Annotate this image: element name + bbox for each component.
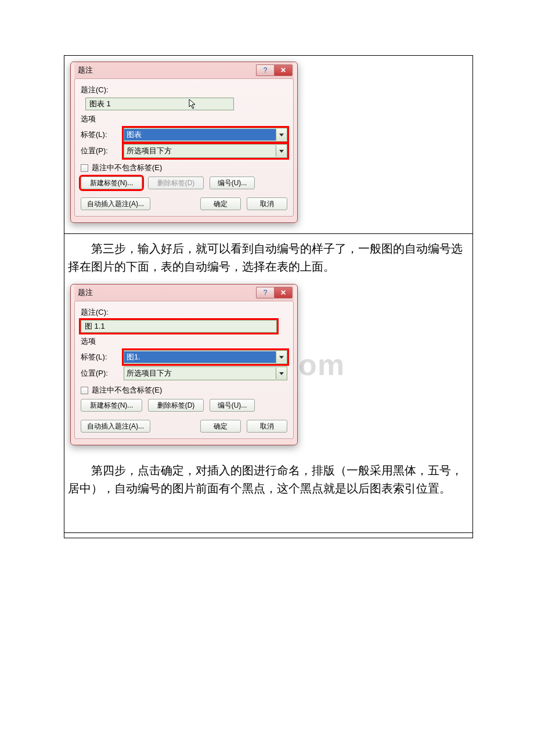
label-field-label: 标签(L): <box>81 129 124 140</box>
dropdown-button[interactable] <box>276 351 287 363</box>
help-icon: ? <box>264 66 268 74</box>
chevron-down-icon <box>279 356 284 359</box>
new-label-button[interactable]: 新建标签(N)... <box>81 399 142 412</box>
cursor-icon <box>188 99 197 113</box>
titlebar[interactable]: 题注 ? ✕ <box>74 62 294 78</box>
exclude-label-checkbox[interactable] <box>81 387 88 394</box>
help-button[interactable]: ? <box>256 287 274 298</box>
caption-value: 图表 1 <box>89 99 111 109</box>
numbering-button[interactable]: 编号(U)... <box>210 399 255 412</box>
exclude-label-text: 题注中不包含标签(E) <box>92 163 162 173</box>
caption-dialog-1: 题注 ? ✕ 题注(C): <box>70 62 298 223</box>
position-combobox[interactable]: 所选项目下方 <box>124 366 287 380</box>
new-label-button[interactable]: 新建标签(N)... <box>81 177 142 189</box>
caption-input[interactable]: 图 1.1 <box>81 320 277 333</box>
caption-label: 题注(C): <box>81 307 287 318</box>
dialog-title: 题注 <box>78 65 256 75</box>
step3-paragraph: 第三步，输入好后，就可以看到自动编号的样子了，一般图的自动编号选择在图片的下面，… <box>64 234 472 284</box>
titlebar[interactable]: 题注 ? ✕ <box>74 285 294 301</box>
caption-input[interactable]: 图表 1 <box>85 98 234 110</box>
document-table: 题注 ? ✕ 题注(C): <box>64 55 473 538</box>
label-selected-value: 图表 <box>124 129 276 141</box>
caption-dialog-2: 题注 ? ✕ 题注(C): <box>70 284 298 445</box>
position-selected-value: 所选项目下方 <box>124 145 276 157</box>
label-field-label: 标签(L): <box>81 352 124 362</box>
exclude-label-checkbox[interactable] <box>81 164 88 172</box>
chevron-down-icon <box>279 150 284 153</box>
dropdown-button[interactable] <box>276 145 287 157</box>
help-button[interactable]: ? <box>256 64 274 76</box>
caption-label: 题注(C): <box>81 85 287 95</box>
label-combobox[interactable]: 图表 <box>124 128 287 142</box>
chevron-down-icon <box>279 134 284 136</box>
position-field-label: 位置(P): <box>81 368 124 379</box>
options-label: 选项 <box>81 114 287 124</box>
chevron-down-icon <box>279 372 284 375</box>
ok-button[interactable]: 确定 <box>200 197 241 210</box>
label-selected-value: 图1. <box>124 351 276 363</box>
position-selected-value: 所选项目下方 <box>124 368 276 379</box>
auto-caption-button[interactable]: 自动插入题注(A)... <box>81 420 150 433</box>
help-icon: ? <box>264 289 268 297</box>
dropdown-button[interactable] <box>276 129 287 141</box>
close-button[interactable]: ✕ <box>274 64 293 76</box>
dropdown-button[interactable] <box>276 368 287 379</box>
close-icon: ✕ <box>280 289 286 297</box>
caption-value: 图 1.1 <box>85 321 105 332</box>
label-combobox[interactable]: 图1. <box>124 350 287 364</box>
ok-button[interactable]: 确定 <box>200 420 241 433</box>
delete-label-button: 删除标签(D) <box>148 177 204 189</box>
auto-caption-button[interactable]: 自动插入题注(A)... <box>81 197 150 210</box>
close-icon: ✕ <box>280 66 286 74</box>
step4-paragraph: 第四步，点击确定，对插入的图进行命名，排版（一般采用黑体，五号，居中），自动编号… <box>64 456 472 532</box>
close-button[interactable]: ✕ <box>274 287 293 298</box>
dialog-title: 题注 <box>78 287 256 298</box>
cancel-button[interactable]: 取消 <box>247 420 287 433</box>
position-combobox[interactable]: 所选项目下方 <box>124 144 287 158</box>
numbering-button[interactable]: 编号(U)... <box>210 177 255 189</box>
delete-label-button[interactable]: 删除标签(D) <box>148 399 204 412</box>
options-label: 选项 <box>81 336 287 347</box>
position-field-label: 位置(P): <box>81 146 124 156</box>
exclude-label-text: 题注中不包含标签(E) <box>92 385 162 395</box>
cancel-button[interactable]: 取消 <box>247 197 287 210</box>
